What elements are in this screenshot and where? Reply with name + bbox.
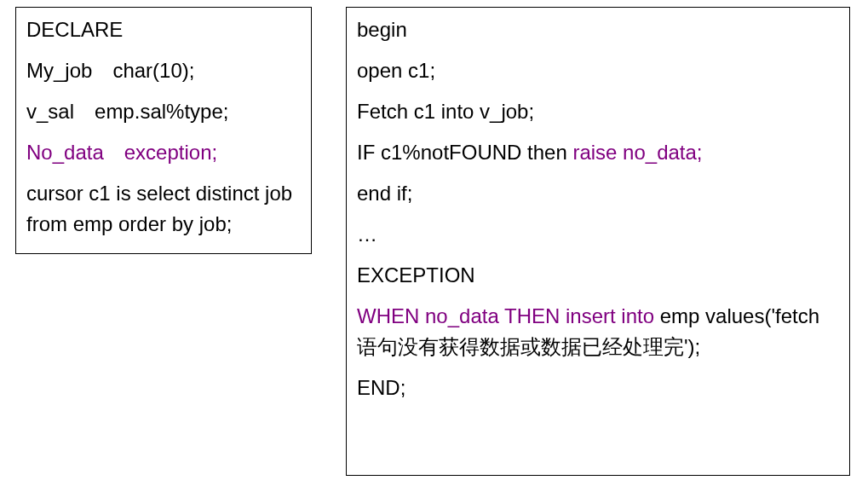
code-keyword: exception;	[124, 141, 217, 164]
code-line: END;	[357, 373, 839, 403]
code-line: open c1;	[357, 55, 839, 86]
code-keyword: WHEN no_data THEN insert into	[357, 304, 654, 327]
code-line: No_dataexception;	[26, 137, 301, 168]
code-line: WHEN no_data THEN insert into emp values…	[357, 301, 839, 362]
page: DECLARE My_jobchar(10); v_salemp.sal%typ…	[0, 0, 868, 486]
code-line: Fetch c1 into v_job;	[357, 96, 839, 127]
code-line: IF c1%notFOUND then raise no_data;	[357, 137, 839, 168]
code-line: EXCEPTION	[357, 260, 839, 291]
code-line: begin	[357, 14, 839, 45]
code-block-begin: begin open c1; Fetch c1 into v_job; IF c…	[346, 7, 850, 476]
code-text: My_job	[26, 59, 92, 82]
code-keyword: No_data	[26, 141, 104, 164]
code-block-declare: DECLARE My_jobchar(10); v_salemp.sal%typ…	[15, 7, 312, 254]
code-line: DECLARE	[26, 14, 301, 45]
code-text: emp.sal%type;	[95, 100, 228, 123]
code-text: IF c1%notFOUND then	[357, 141, 572, 164]
code-keyword: raise no_data;	[572, 141, 702, 164]
code-text: v_sal	[26, 100, 74, 123]
code-line: end if;	[357, 178, 839, 209]
code-line: cursor c1 is select distinct job from em…	[26, 178, 301, 240]
code-text: char(10);	[112, 59, 194, 82]
code-line: v_salemp.sal%type;	[26, 96, 301, 127]
code-line: …	[357, 219, 839, 250]
code-line: My_jobchar(10);	[26, 55, 301, 86]
